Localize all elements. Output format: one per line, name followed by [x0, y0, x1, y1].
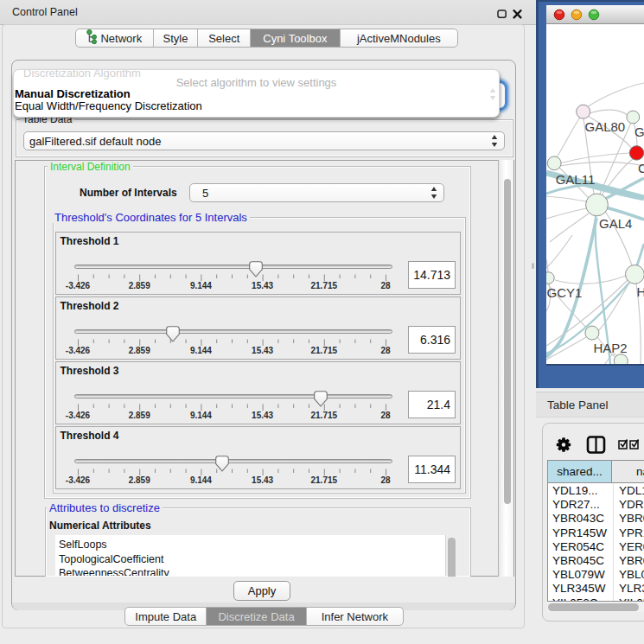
- svg-text:C: C: [638, 161, 644, 175]
- svg-text:GCY1: GCY1: [547, 285, 583, 300]
- svg-text:GAL80: GAL80: [585, 119, 626, 134]
- svg-text:HAP2: HAP2: [593, 341, 627, 355]
- svg-text:GAL4: GAL4: [599, 216, 632, 231]
- svg-text:H: H: [636, 284, 644, 299]
- svg-text:G.: G.: [634, 124, 644, 139]
- svg-text:GAL11: GAL11: [556, 172, 596, 187]
